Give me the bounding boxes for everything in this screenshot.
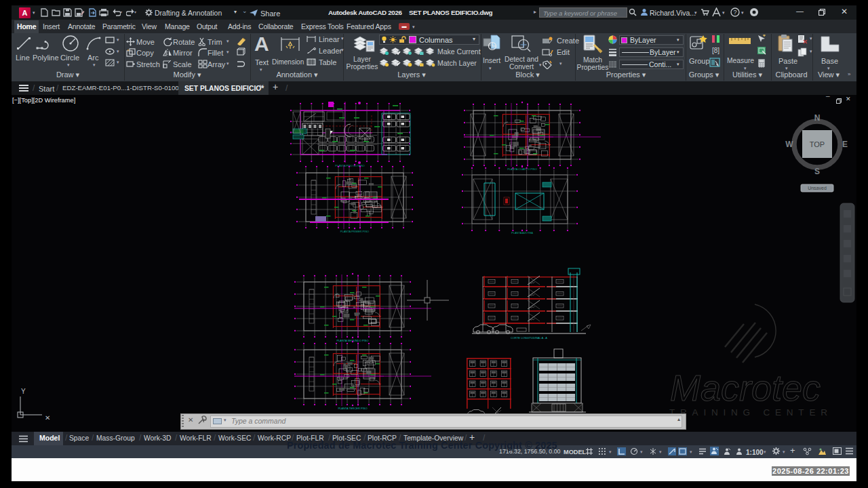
svg-text:E: E (842, 140, 848, 149)
svg-text:PLANTA TERCER PISO: PLANTA TERCER PISO (338, 407, 367, 410)
svg-text:PLANTA PRIMER PISO: PLANTA PRIMER PISO (340, 230, 369, 233)
svg-text:TOP: TOP (810, 140, 825, 148)
svg-text:Unsaved: Unsaved (808, 186, 827, 190)
svg-text:PLANTA AZOTEA: PLANTA AZOTEA (511, 231, 533, 235)
svg-text:Macrotec: Macrotec (670, 367, 821, 408)
svg-text:PLANTA CUARTO PISO: PLANTA CUARTO PISO (507, 167, 537, 171)
svg-text:Y: Y (21, 388, 26, 395)
svg-text:S: S (814, 167, 820, 176)
svg-text:TRAINING CENTER: TRAINING CENTER (669, 407, 833, 418)
svg-text:CORTE LONGITUDINAL A - A: CORTE LONGITUDINAL A - A (511, 336, 547, 340)
svg-text:✕: ✕ (45, 414, 50, 422)
svg-text:N: N (814, 113, 821, 123)
svg-text:W: W (785, 140, 793, 149)
